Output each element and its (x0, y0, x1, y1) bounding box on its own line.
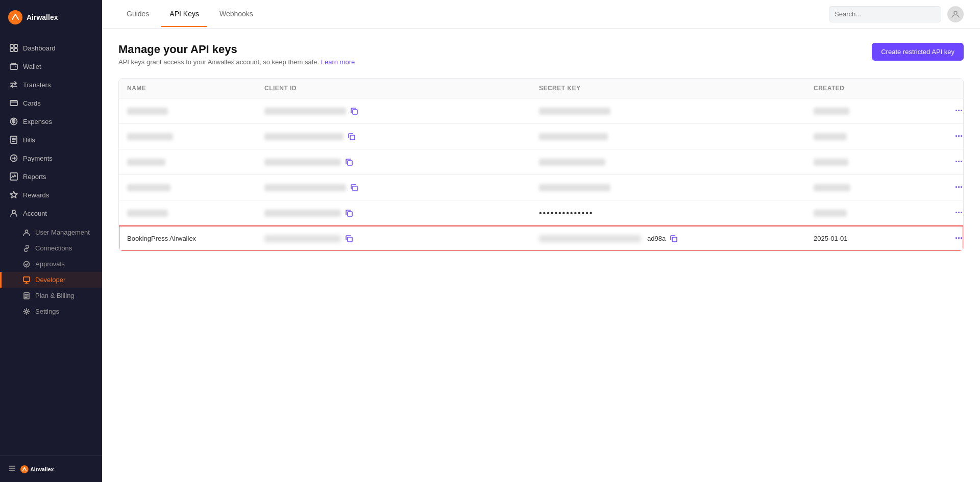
reports-icon (10, 172, 18, 181)
cell-more[interactable]: ··· (943, 149, 963, 174)
cell-more[interactable]: ··· (943, 175, 963, 200)
secret-key-suffix: ad98a (647, 235, 666, 242)
svg-rect-1 (10, 44, 13, 47)
sidebar-item-reports[interactable]: Reports (0, 167, 102, 186)
copy-icon[interactable] (345, 209, 353, 217)
sidebar-item-connections[interactable]: Connections (0, 240, 102, 256)
logo[interactable]: Airwallex (0, 0, 102, 35)
api-keys-table: Name Client ID Secret Key Created ··· ··… (118, 78, 964, 251)
sidebar-item-wallet[interactable]: Wallet (0, 57, 102, 75)
more-options-icon[interactable]: ··· (951, 233, 964, 244)
svg-rect-22 (353, 110, 357, 114)
cell-more[interactable]: ··· (943, 98, 963, 123)
sidebar-item-developer[interactable]: Developer (0, 272, 102, 288)
page-header-left: Manage your API keys API keys grant acce… (118, 43, 355, 66)
sub-nav-label: Approvals (35, 260, 65, 268)
create-api-key-button[interactable]: Create restricted API key (872, 43, 964, 61)
sidebar-item-settings[interactable]: Settings (0, 303, 102, 319)
hamburger-icon[interactable] (8, 464, 16, 474)
copy-icon[interactable] (350, 184, 358, 192)
more-options-icon[interactable]: ··· (951, 182, 964, 193)
more-options-icon[interactable]: ··· (951, 106, 964, 116)
cell-created (805, 100, 943, 122)
cell-more[interactable]: ··· (943, 124, 963, 149)
svg-rect-26 (348, 212, 352, 216)
svg-point-19 (20, 465, 29, 473)
cell-created (805, 177, 943, 198)
page-subtitle: API keys grant access to your Airwallex … (118, 58, 355, 66)
table-row: ··· (119, 175, 963, 200)
sidebar-item-payments[interactable]: Payments (0, 149, 102, 167)
cell-created: 2025-01-01 (805, 227, 943, 249)
svg-rect-4 (14, 48, 17, 52)
col-created: Created (805, 79, 943, 98)
cell-secret-key (531, 177, 805, 198)
sub-nav-label: Plan & Billing (35, 292, 75, 299)
user-icon (23, 229, 30, 236)
cell-name (119, 177, 256, 198)
cell-more[interactable]: ··· (943, 200, 963, 225)
cell-secret-key: •••••••••••••• (531, 201, 805, 225)
tabs: Guides API Keys Webhooks (118, 2, 265, 27)
learn-more-link[interactable]: Learn more (321, 58, 355, 66)
svg-rect-27 (348, 237, 352, 242)
svg-point-18 (26, 311, 28, 313)
cell-secret-key (531, 100, 805, 122)
table-row: •••••••••••••• ··· (119, 200, 963, 226)
svg-text:Airwallex: Airwallex (30, 466, 54, 472)
search-input[interactable] (829, 6, 941, 22)
cell-client-id (256, 202, 531, 224)
bills-icon (10, 136, 18, 144)
svg-point-21 (954, 11, 957, 14)
sidebar-item-plan-billing[interactable]: Plan & Billing (0, 288, 102, 303)
sub-nav-label: Settings (35, 308, 59, 315)
topbar-right (829, 6, 964, 22)
sidebar-item-transfers[interactable]: Transfers (0, 75, 102, 94)
copy-icon[interactable] (345, 158, 353, 166)
link-icon (23, 245, 30, 252)
tab-webhooks[interactable]: Webhooks (211, 2, 261, 27)
svg-point-6 (15, 66, 16, 67)
sidebar-item-dashboard[interactable]: Dashboard (0, 39, 102, 57)
copy-secret-key-button[interactable] (670, 235, 678, 243)
svg-marker-12 (10, 191, 17, 198)
more-options-icon[interactable]: ··· (951, 208, 964, 218)
col-name: Name (119, 79, 256, 98)
check-circle-icon (23, 261, 30, 268)
cards-icon (10, 99, 18, 107)
key-name: BookingPress Airwallex (127, 235, 196, 242)
col-secret-key: Secret Key (531, 79, 805, 98)
sidebar-item-label: Bills (23, 136, 35, 144)
sidebar: Airwallex Dashboard Wallet Transfers (0, 0, 102, 482)
more-options-icon[interactable]: ··· (951, 131, 964, 142)
sidebar-item-bills[interactable]: Bills (0, 131, 102, 149)
cell-more[interactable]: ··· (943, 226, 963, 251)
sidebar-item-account[interactable]: Account (0, 204, 102, 222)
copy-client-id-button[interactable] (345, 235, 353, 243)
user-avatar[interactable] (947, 6, 964, 22)
copy-icon[interactable] (350, 107, 358, 115)
tab-api-keys[interactable]: API Keys (161, 2, 207, 27)
sidebar-item-rewards[interactable]: Rewards (0, 186, 102, 204)
tab-guides[interactable]: Guides (118, 2, 157, 27)
svg-rect-16 (23, 277, 30, 282)
logo-text: Airwallex (27, 13, 58, 21)
copy-icon[interactable] (348, 133, 356, 141)
cell-client-id (256, 151, 531, 173)
svg-rect-24 (348, 161, 352, 165)
cell-client-id (256, 125, 531, 148)
wallet-icon (10, 62, 18, 70)
sub-nav-label: User Management (35, 229, 90, 236)
svg-rect-28 (672, 237, 677, 242)
sidebar-item-user-management[interactable]: User Management (0, 224, 102, 240)
dashboard-icon (10, 44, 18, 52)
svg-point-15 (24, 261, 30, 267)
cell-created (805, 202, 943, 224)
svg-rect-3 (10, 48, 13, 52)
svg-rect-2 (14, 44, 17, 47)
sidebar-item-approvals[interactable]: Approvals (0, 256, 102, 272)
cell-created (805, 151, 943, 173)
sidebar-item-cards[interactable]: Cards (0, 94, 102, 112)
more-options-icon[interactable]: ··· (951, 157, 964, 167)
sidebar-item-expenses[interactable]: Expenses (0, 112, 102, 131)
